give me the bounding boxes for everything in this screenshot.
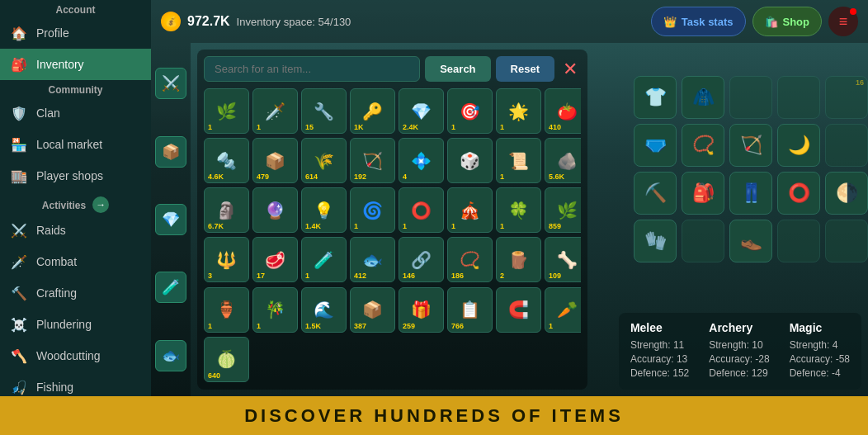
inventory-item-39[interactable]: 🥕1 [545, 287, 581, 333]
equip-slot-19[interactable] [825, 220, 868, 262]
item-icon-21: 🎪 [460, 202, 480, 219]
search-input[interactable] [204, 56, 420, 82]
item-icon-36: 🎁 [411, 301, 432, 318]
equip-slot-12[interactable]: 👖 [729, 172, 772, 215]
item-count-27: 412 [354, 272, 366, 280]
item-icon-38: 🧲 [508, 301, 529, 318]
inventory-item-40[interactable]: 🍈640 [204, 337, 249, 382]
activities-expand-btn[interactable]: → [92, 196, 109, 213]
task-stats-button[interactable]: 👑 Task stats [651, 7, 746, 36]
equip-slot-9[interactable] [825, 124, 868, 167]
item-count-40: 640 [208, 371, 220, 380]
inventory-item-15[interactable]: 🪨5.6K [545, 138, 581, 183]
sidebar-item-clan[interactable]: 🛡️ Clan [0, 97, 151, 129]
side-action-flask[interactable]: 🧪 [155, 272, 186, 303]
inventory-item-27[interactable]: 🐟412 [350, 237, 395, 282]
sidebar-item-combat[interactable]: 🗡️ Combat [0, 246, 151, 277]
inventory-item-6[interactable]: 🌟1 [496, 88, 541, 134]
inventory-item-0[interactable]: 🌿1 [204, 88, 249, 134]
inventory-item-23[interactable]: 🌿859 [545, 187, 581, 233]
inventory-item-37[interactable]: 📋766 [447, 287, 493, 333]
inventory-item-9[interactable]: 📦479 [252, 138, 298, 183]
inventory-item-35[interactable]: 📦387 [350, 287, 395, 333]
item-count-32: 1 [208, 322, 212, 330]
equip-slot-10[interactable]: ⛏️ [634, 172, 677, 215]
sidebar-item-woodcutting[interactable]: 🪓 Woodcutting [0, 340, 151, 371]
equip-slot-3[interactable] [777, 76, 820, 119]
equip-slot-7[interactable]: 🏹 [729, 124, 772, 167]
item-icon-18: 💡 [314, 202, 334, 219]
inventory-item-24[interactable]: 🔱3 [204, 237, 249, 282]
inventory-item-22[interactable]: 🍀1 [496, 187, 541, 233]
equip-slot-8[interactable]: 🌙 [777, 124, 820, 167]
item-count-16: 6.7K [208, 222, 224, 230]
inventory-item-38[interactable]: 🧲 [496, 287, 541, 333]
inventory-item-20[interactable]: ⭕1 [399, 187, 444, 233]
inventory-item-2[interactable]: 🔧15 [301, 88, 347, 134]
inventory-item-5[interactable]: 🎯1 [447, 88, 493, 134]
sidebar-item-profile[interactable]: 🏠 Profile [0, 17, 151, 49]
inventory-item-21[interactable]: 🎪1 [447, 187, 493, 233]
equip-slot-0[interactable]: 👕 [634, 76, 677, 119]
sidebar-item-raids[interactable]: ⚔️ Raids [0, 215, 151, 246]
equip-slot-6[interactable]: 📿 [682, 124, 724, 167]
equip-slot-2[interactable] [729, 76, 772, 119]
equip-slot-18[interactable] [777, 220, 820, 262]
item-count-31: 109 [549, 272, 561, 280]
sidebar-item-crafting[interactable]: 🔨 Crafting [0, 277, 151, 309]
item-icon-29: 📿 [460, 252, 480, 268]
inventory-item-4[interactable]: 💎2.4K [399, 88, 444, 134]
equip-slot-13[interactable]: ⭕ [777, 172, 820, 215]
side-action-crate[interactable]: 📦 [155, 136, 186, 168]
inventory-item-30[interactable]: 🪵2 [496, 237, 541, 282]
inventory-item-7[interactable]: 🍅410 [545, 88, 581, 134]
reset-button[interactable]: Reset [496, 56, 554, 82]
equip-slot-15[interactable]: 🧤 [634, 220, 677, 262]
menu-button[interactable]: ≡ [828, 7, 858, 36]
inventory-item-14[interactable]: 📜1 [496, 138, 541, 183]
inventory-item-16[interactable]: 🗿6.7K [204, 187, 249, 233]
inventory-item-36[interactable]: 🎁259 [399, 287, 444, 333]
sidebar-item-fishing[interactable]: 🎣 Fishing [0, 371, 151, 396]
inventory-item-17[interactable]: 🔮 [252, 187, 298, 233]
equip-slot-1[interactable]: 🧥 [682, 76, 724, 119]
item-count-15: 5.6K [549, 173, 564, 181]
inventory-item-1[interactable]: 🗡️1 [252, 88, 298, 134]
sidebar-item-player-shops[interactable]: 🏬 Player shops [0, 160, 151, 191]
inventory-item-29[interactable]: 📿186 [447, 237, 493, 282]
inventory-item-11[interactable]: 🏹192 [350, 138, 395, 183]
equip-slot-11[interactable]: 🎒 [682, 172, 724, 215]
inventory-item-8[interactable]: 🔩4.6K [204, 138, 249, 183]
equip-slot-17[interactable]: 👞 [729, 220, 772, 262]
side-action-gem[interactable]: 💎 [155, 204, 186, 235]
sidebar-item-plundering[interactable]: ☠️ Plundering [0, 309, 151, 340]
equip-slot-5[interactable]: 🩲 [634, 124, 677, 167]
shop-button[interactable]: 🛍️ Shop [752, 7, 823, 36]
inventory-item-31[interactable]: 🦴109 [545, 237, 581, 282]
inventory-item-25[interactable]: 🥩17 [252, 237, 298, 282]
inventory-item-34[interactable]: 🌊1.5K [301, 287, 347, 333]
search-button[interactable]: Search [425, 56, 490, 82]
market-icon: 🏪 [10, 135, 28, 154]
inventory-item-13[interactable]: 🎲 [447, 138, 493, 183]
inventory-item-12[interactable]: 💠4 [399, 138, 444, 183]
side-action-fish[interactable]: 🐟 [155, 340, 186, 371]
inventory-item-26[interactable]: 🧪1 [301, 237, 347, 282]
equip-slot-14[interactable]: 🌗 [825, 172, 868, 215]
equip-slot-4[interactable]: 16 [825, 76, 868, 119]
inventory-item-3[interactable]: 🔑1K [350, 88, 395, 134]
inventory-item-18[interactable]: 💡1.4K [301, 187, 347, 233]
inventory-item-19[interactable]: 🌀1 [350, 187, 395, 233]
close-button[interactable]: ✕ [559, 56, 581, 82]
inventory-item-32[interactable]: 🏺1 [204, 287, 249, 333]
inventory-item-28[interactable]: 🔗146 [399, 237, 444, 282]
sidebar-item-local-market[interactable]: 🏪 Local market [0, 129, 151, 160]
item-icon-7: 🍅 [557, 103, 578, 120]
main-content: 💰 972.7K Inventory space: 54/130 👑 Task … [151, 0, 868, 396]
sidebar-item-inventory[interactable]: 🎒 Inventory [0, 49, 151, 80]
woodcutting-icon: 🪓 [10, 347, 28, 365]
side-action-sword[interactable]: ⚔️ [155, 68, 186, 99]
equip-slot-16[interactable] [682, 220, 724, 262]
inventory-item-10[interactable]: 🌾614 [301, 138, 347, 183]
inventory-item-33[interactable]: 🎋1 [252, 287, 298, 333]
